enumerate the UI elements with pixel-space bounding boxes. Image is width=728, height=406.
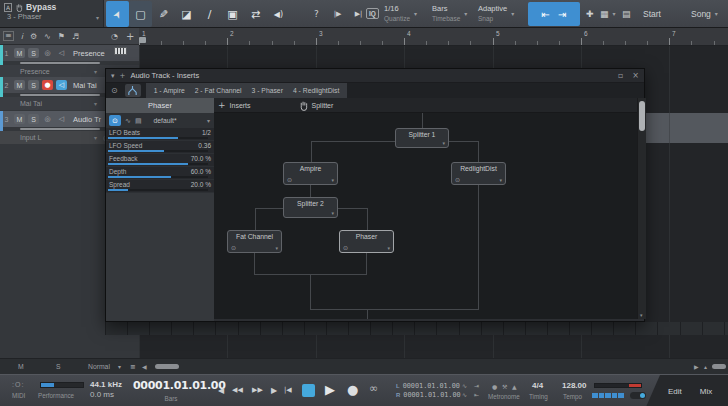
menu-icon[interactable]: ≡ [3,31,14,41]
playhead-marker[interactable] [139,37,146,43]
preset-file-icon[interactable]: ▤ [135,117,142,125]
loop-end-readout[interactable]: R00001.01.01.00 [396,391,461,399]
master-solo[interactable]: S [56,363,61,370]
zoom-slider[interactable] [712,364,726,369]
forward-button[interactable]: ▶▶ [252,386,263,394]
edit-button[interactable]: Edit [668,387,682,396]
follow-in-button[interactable]: |▶ [327,1,348,27]
close-icon[interactable]: × [632,71,639,80]
precount-icon[interactable]: ∿ [462,391,467,398]
chevron-down-icon[interactable]: ▾ [442,140,445,146]
automation-icon[interactable]: ∿ [44,32,51,41]
metronome-dot-icon[interactable]: ● [492,383,497,390]
chevron-down-icon[interactable]: ▾ [499,177,502,183]
track-name[interactable]: Presence [73,49,105,58]
iq-badge[interactable]: IQ [366,0,379,27]
tab-ampire[interactable]: 1 - Ampire [154,87,185,94]
node-redlightdist[interactable]: RedlightDist ⊙ ▾ [451,162,506,185]
chevron-up-icon[interactable]: ▴ [704,363,707,370]
param-slider[interactable] [108,137,208,139]
node-phaser[interactable]: Phaser ⊙ ▾ [339,230,394,253]
master-mute[interactable]: M [18,363,24,370]
tempo-value[interactable]: 128.00 [562,381,586,390]
return-to-start-button[interactable]: |◀ [284,386,292,394]
tool-range[interactable]: ▢ [129,1,152,27]
solo-button[interactable]: S [28,48,39,58]
plugin-mini-header[interactable]: A Bypass 3 - Phaser ▾ [0,0,104,27]
metronome-setup-icon[interactable]: ⚒ [502,383,507,390]
param-slider[interactable] [108,163,208,165]
inserts-label[interactable]: Inserts [230,102,251,109]
splitter-label[interactable]: Splitter [312,102,334,109]
wrench-icon[interactable]: ⚙ [30,32,37,41]
tool-bend[interactable]: ⇄ [244,1,267,27]
tool-paint[interactable]: ∕ [198,1,221,27]
help-button[interactable]: ? [306,1,327,27]
record-arm-button[interactable]: ◎ [42,114,53,124]
chevron-left-icon[interactable]: ◀ [142,363,147,370]
tab-fat-channel[interactable]: 2 - Fat Channel [195,87,242,94]
volume-slider[interactable] [20,62,100,64]
meter-toggle[interactable] [630,392,646,399]
monitor-button[interactable]: ◁ [56,48,67,58]
vertical-scrollbar[interactable]: ▾ [637,98,646,319]
routing-view-button[interactable] [125,84,141,97]
performance-meter[interactable] [40,382,84,388]
menu-icon[interactable]: ≡ [130,363,136,371]
node-ampire[interactable]: Ampire ⊙ ▾ [283,162,338,185]
stop-button[interactable] [302,384,315,397]
tool-mute[interactable]: ▣ [221,1,244,27]
marker-flag-icon[interactable]: ⚑ [58,32,65,41]
zoom-slider[interactable] [155,364,179,369]
next-bar-button[interactable]: ▶ [271,386,277,395]
snap-mode-toggle[interactable]: ⇤ ⇥ [528,2,580,26]
mute-button[interactable]: M [14,80,25,90]
autopunch-in-icon[interactable]: ⇥ [474,382,479,389]
rewind-button[interactable]: ◀◀ [232,386,243,394]
snap-dropdown[interactable]: AdaptiveSnap ▾ [478,0,514,27]
main-time-counter[interactable]: 00001.01.01.00 [133,379,209,392]
timebase-dropdown[interactable]: BarsTimebase ▾ [432,0,467,27]
play-button[interactable]: ▶ [325,382,335,397]
param-slider[interactable] [108,150,208,152]
add-icon[interactable]: + [120,72,126,80]
quantize-dropdown[interactable]: 1/16Quantize ▾ [384,0,417,27]
node-splitter-1[interactable]: Splitter 1 ▾ [395,128,449,148]
param-row[interactable]: Feedback 70.0 % [106,154,214,167]
scrollbar-thumb[interactable] [639,101,645,131]
pin-icon[interactable]: ▫ [618,71,623,80]
song-dropdown[interactable]: Song▾ [691,0,718,27]
metronome-icon[interactable]: ▲ [512,383,517,390]
solo-button[interactable]: S [28,80,39,90]
chevron-right-icon[interactable]: ▶ [694,363,699,370]
automation-curve-icon[interactable]: ∿ [125,117,131,125]
tab-redlightdist[interactable]: 4 - RedlightDist [293,87,339,94]
record-arm-button[interactable]: ● [42,80,53,90]
add-track-icon[interactable]: + [126,31,134,42]
param-row[interactable]: LFO Speed 0.36 [106,141,214,154]
chevron-down-icon[interactable]: ▾ [96,14,99,21]
volume-slider[interactable] [20,128,100,130]
chevron-down-icon[interactable]: ▾ [331,177,334,183]
record-arm-button[interactable]: ◎ [42,48,53,58]
info-icon[interactable]: i [21,32,23,41]
power-icon[interactable]: ⊙ [287,176,292,183]
monitor-button[interactable]: ◁ [56,80,67,90]
record-button[interactable]: ● [347,382,358,397]
inserts-window[interactable]: ▾ + Audio Track - Inserts ▫ × ⊙ 1 - Ampi… [105,68,645,322]
power-icon[interactable]: ⊙ [455,176,460,183]
autopunch-out-icon[interactable]: ⇤ [474,391,479,398]
track-name[interactable]: Audio Tr [73,115,101,124]
tool-listen[interactable]: ◀) [267,1,290,27]
node-splitter-2[interactable]: Splitter 2 ▾ [283,197,338,218]
chevron-down-icon[interactable]: ▾ [207,117,210,124]
grid-view-button[interactable]: ▦▾ [600,0,616,27]
automation-mode[interactable]: Normal [88,363,110,370]
clock-icon[interactable]: ◔ [111,32,118,41]
volume-slider[interactable] [20,94,100,96]
chevron-down-icon[interactable]: ▾ [387,245,390,251]
tool-split[interactable]: ✎ [152,1,175,27]
metronome-label[interactable]: Metronome [488,393,520,400]
tool-eraser[interactable]: ◪ [175,1,198,27]
start-button[interactable]: Start [643,0,661,27]
